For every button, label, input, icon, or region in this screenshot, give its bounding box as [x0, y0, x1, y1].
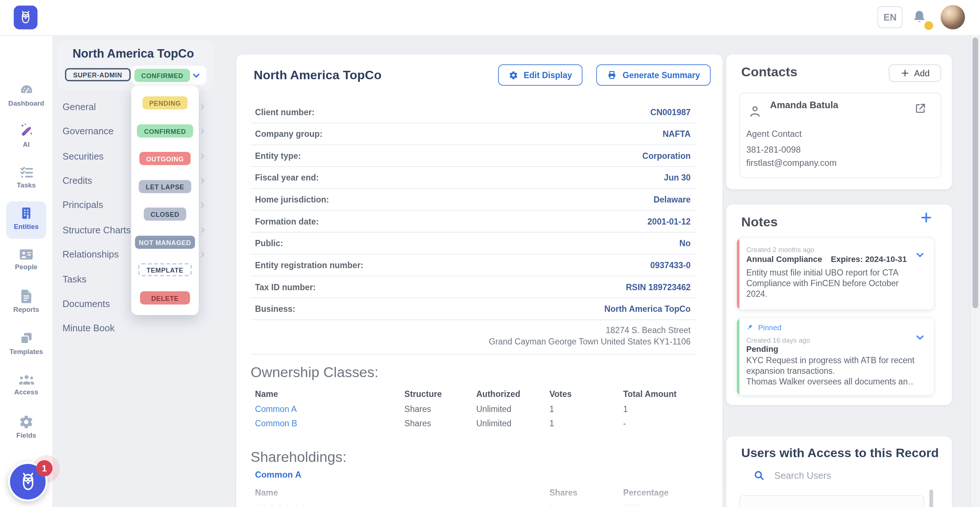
- chevron-down-icon[interactable]: [914, 332, 926, 343]
- note-stripe: [737, 318, 740, 395]
- chevron-right-icon: [199, 128, 206, 135]
- sidebar-label-dashboard: Dashboard: [0, 99, 52, 107]
- status-option-confirmed[interactable]: CONFIRMED: [131, 124, 199, 137]
- status-option-not-managed[interactable]: NOT MANAGED: [131, 236, 199, 249]
- entity-detail-card: North America TopCo Edit Display Generat…: [236, 54, 722, 507]
- ai-wand-icon: [18, 122, 35, 139]
- contact-name: Amanda Batula: [770, 99, 851, 110]
- page-scrollbar-thumb[interactable]: [973, 37, 978, 308]
- users-access-title: Users with Access to this Record: [741, 446, 939, 460]
- sidebar-item-entities[interactable]: Entities: [0, 206, 52, 230]
- tasks-icon: [18, 166, 34, 179]
- user-avatar[interactable]: [941, 5, 965, 29]
- chevron-right-icon: [199, 103, 206, 110]
- note-body: Entity must file initial UBO report for …: [746, 268, 916, 299]
- reports-icon: [19, 289, 33, 304]
- note-body-truncated: Thomas Walker oversees all documents an…: [746, 376, 914, 387]
- sidebar-item-access[interactable]: Access: [0, 373, 52, 395]
- contact-item[interactable]: Amanda Batula Agent Contact 381-281-0098…: [740, 92, 941, 178]
- status-option-delete[interactable]: DELETE: [131, 291, 199, 305]
- person-icon: [748, 104, 762, 119]
- subnav-item-minute-book[interactable]: Minute Book: [62, 322, 206, 336]
- status-option-closed[interactable]: CLOSED: [131, 208, 199, 221]
- pinned-label: Pinned: [758, 323, 781, 332]
- search-icon: [753, 470, 765, 481]
- status-badge: CONFIRMED: [134, 69, 190, 82]
- note-title: Annual ComplianceExpires: 2024-10-31: [746, 255, 907, 264]
- field-row: Fiscal year end:Jun 30: [250, 167, 695, 189]
- status-option-let-lapse[interactable]: LET LAPSE: [131, 180, 199, 193]
- notes-card: Notes Created 2 months ago Annual Compli…: [726, 204, 952, 405]
- note-stripe: [737, 238, 740, 309]
- edit-display-button[interactable]: Edit Display: [498, 65, 583, 86]
- user-search[interactable]: [753, 470, 900, 481]
- printer-icon: [607, 70, 617, 80]
- language-selector[interactable]: EN: [878, 6, 903, 28]
- chevron-down-icon: [191, 70, 201, 80]
- entity-header-card: North America TopCo SUPER-ADMIN CONFIRME…: [57, 40, 213, 90]
- chevron-right-icon: [199, 153, 206, 160]
- field-row: Client number:CN001987: [250, 101, 695, 123]
- sidebar-item-people[interactable]: People: [0, 248, 52, 271]
- field-row: Entity type:Corporation: [250, 145, 695, 167]
- search-users-input[interactable]: [773, 470, 901, 481]
- note-item[interactable]: Pinned Created 16 days ago Pending KYC R…: [737, 318, 934, 395]
- sidebar-item-dashboard[interactable]: Dashboard: [0, 84, 52, 107]
- role-badge: SUPER-ADMIN: [65, 68, 130, 81]
- icon-sidebar: Dashboard AI Tasks: [0, 35, 53, 507]
- sidebar-item-fields[interactable]: Fields: [0, 415, 52, 439]
- page-scrollbar[interactable]: [970, 35, 980, 507]
- pinned-indicator: Pinned: [746, 323, 781, 332]
- field-row: Entity registration number:0937433-0: [250, 255, 695, 277]
- note-title: Pending: [746, 344, 778, 354]
- sidebar-label-templates: Templates: [0, 348, 52, 355]
- sidebar-item-ai[interactable]: AI: [0, 122, 52, 148]
- chevron-right-icon: [199, 250, 206, 258]
- field-row: Home jurisdiction:Delaware: [250, 189, 695, 211]
- field-row: Formation date:2001-01-12: [250, 210, 695, 233]
- notes-title: Notes: [741, 214, 778, 229]
- field-row: Public:No: [250, 233, 695, 255]
- field-row: Tax ID number:RSIN 189723462: [250, 276, 695, 298]
- user-list-item[interactable]: [740, 495, 924, 507]
- status-option-template[interactable]: TEMPLATE: [131, 263, 199, 276]
- shareholding-class-link[interactable]: Common A: [255, 470, 710, 480]
- owl-icon: [18, 10, 34, 26]
- language-label: EN: [883, 12, 897, 22]
- status-option-outgoing[interactable]: OUTGOING: [131, 152, 199, 165]
- users-scrollbar-thumb[interactable]: [929, 489, 933, 507]
- app-logo[interactable]: [14, 5, 37, 29]
- contact-role: Agent Contact: [746, 129, 802, 139]
- fields-icon: [19, 415, 34, 430]
- entity-status-select[interactable]: CONFIRMED: [132, 66, 207, 85]
- pin-icon: [746, 324, 754, 332]
- status-option-pending[interactable]: PENDING: [131, 96, 199, 109]
- ownership-class-link[interactable]: Common A: [255, 405, 297, 414]
- contacts-title: Contacts: [741, 65, 797, 80]
- add-note-button[interactable]: [920, 211, 932, 224]
- table-row: Common A Shares Unlimited 1 1: [250, 402, 695, 416]
- chevron-down-icon[interactable]: [914, 249, 926, 261]
- contacts-card: Contacts Add Amanda Batula Agent Contact…: [726, 54, 952, 189]
- entities-icon: [19, 206, 34, 221]
- table-row: CA Sub I LLC 1 100%: [250, 501, 695, 507]
- registered-address: 18274 S. Beach Street Grand Cayman Georg…: [250, 320, 695, 354]
- ownership-classes-header-row: Name Structure Authorized Votes Total Am…: [250, 386, 695, 402]
- sidebar-item-templates[interactable]: Templates: [0, 330, 52, 355]
- plus-icon: [900, 69, 909, 77]
- sidebar-item-tasks[interactable]: Tasks: [0, 166, 52, 189]
- chevron-right-icon: [199, 226, 206, 234]
- sidebar-item-reports[interactable]: Reports: [0, 289, 52, 313]
- note-expiry: Expires: 2024-10-31: [831, 255, 907, 264]
- generate-summary-button[interactable]: Generate Summary: [597, 65, 711, 86]
- note-item[interactable]: Created 2 months ago Annual ComplianceEx…: [737, 238, 934, 309]
- sidebar-label-ai: AI: [0, 140, 52, 148]
- external-link-icon[interactable]: [914, 102, 927, 115]
- people-icon: [18, 248, 34, 261]
- chevron-right-icon: [199, 201, 206, 209]
- table-row: Common B Shares Unlimited 1 -: [250, 416, 695, 431]
- add-contact-button[interactable]: Add: [889, 65, 941, 82]
- entity-name: North America TopCo: [73, 47, 194, 61]
- notification-dot: [924, 21, 933, 30]
- ownership-class-link[interactable]: Common B: [255, 419, 297, 429]
